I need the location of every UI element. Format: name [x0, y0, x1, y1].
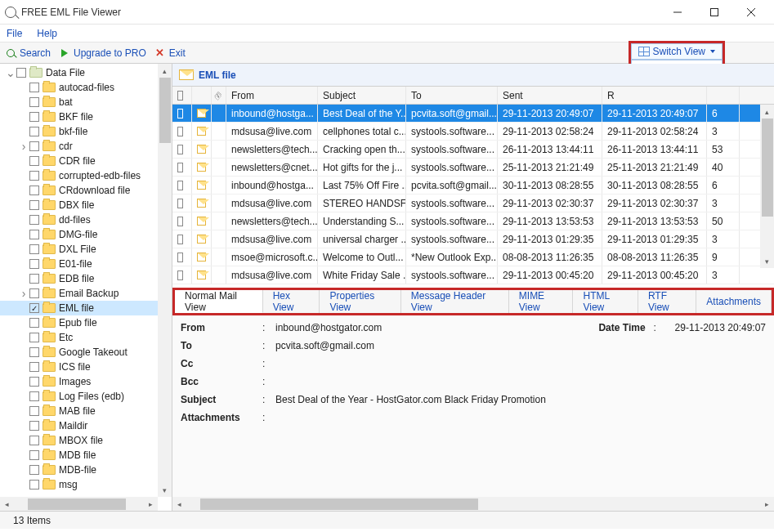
checkbox[interactable]	[29, 97, 39, 107]
tree-item[interactable]: MBOX file	[0, 433, 172, 448]
tree-item[interactable]: MDB-file	[0, 463, 172, 477]
tree-item[interactable]: ›cdr	[0, 139, 172, 154]
tree-item[interactable]: ICS file	[0, 360, 172, 374]
row-checkbox[interactable]	[177, 109, 183, 118]
checkbox[interactable]	[29, 274, 39, 284]
checkbox[interactable]	[29, 362, 39, 372]
collapse-icon[interactable]: ⌄	[5, 66, 16, 79]
checkbox[interactable]	[29, 186, 39, 195]
tree-item[interactable]: Etc	[0, 330, 172, 345]
column-subject[interactable]: Subject	[318, 87, 406, 104]
message-row[interactable]: msoe@microsoft.c...Welcome to Outl...*Ne…	[172, 248, 774, 266]
tree-item[interactable]: ›Email Backup	[0, 286, 172, 301]
column-to[interactable]: To	[406, 87, 498, 104]
checkbox[interactable]: ✓	[29, 303, 39, 313]
tree-root[interactable]: ⌄Data File	[0, 65, 172, 80]
checkbox[interactable]	[29, 141, 39, 151]
upgrade-button[interactable]: Upgrade to PRO	[59, 47, 146, 59]
tree-item[interactable]: CDR file	[0, 154, 172, 168]
tree-item[interactable]: MAB file	[0, 404, 172, 418]
tree-horizontal-scrollbar[interactable]: ◂ ▸	[0, 497, 158, 511]
view-tab[interactable]: HTML View	[573, 290, 638, 313]
checkbox[interactable]	[16, 68, 26, 78]
message-row[interactable]: inbound@hostga...Last 75% Off Fire ...pc…	[172, 177, 774, 194]
view-tab[interactable]: Properties View	[320, 290, 400, 313]
checkbox[interactable]	[29, 127, 39, 136]
row-checkbox[interactable]	[177, 199, 183, 208]
tree-item[interactable]: bat	[0, 95, 172, 110]
scroll-right-icon[interactable]: ▸	[144, 497, 158, 511]
row-checkbox[interactable]	[177, 145, 183, 154]
message-row[interactable]: mdsusa@live.comcellphones total c...syst…	[172, 123, 774, 141]
checkbox[interactable]	[29, 112, 39, 122]
message-row[interactable]: mdsusa@live.comuniversal charger ...syst…	[172, 230, 774, 248]
tree-item[interactable]: msg	[0, 477, 172, 492]
tree-item[interactable]: BKF file	[0, 110, 172, 124]
tree-item[interactable]: Epub file	[0, 315, 172, 330]
checkbox[interactable]	[29, 83, 39, 92]
checkbox[interactable]	[29, 156, 39, 166]
column-sent[interactable]: Sent	[498, 87, 602, 104]
checkbox[interactable]	[29, 391, 39, 401]
checkbox[interactable]	[29, 318, 39, 328]
view-tab[interactable]: MIME View	[509, 290, 574, 313]
checkbox[interactable]	[29, 450, 39, 460]
tree-item[interactable]: Maildir	[0, 418, 172, 433]
column-size[interactable]	[707, 87, 740, 104]
column-icon[interactable]	[192, 87, 212, 104]
tree-item[interactable]: ✓EML file	[0, 301, 172, 315]
checkbox[interactable]	[29, 333, 39, 342]
row-checkbox[interactable]	[177, 235, 183, 244]
row-checkbox[interactable]	[177, 217, 183, 226]
view-tab[interactable]: Attachments	[696, 290, 772, 313]
exit-button[interactable]: ✕Exit	[154, 47, 186, 59]
scroll-right-icon[interactable]: ▸	[760, 497, 774, 511]
search-button[interactable]: Search	[5, 47, 51, 59]
checkbox[interactable]	[29, 480, 39, 490]
tree-item[interactable]: DXL File	[0, 242, 172, 257]
checkbox[interactable]	[29, 288, 39, 298]
row-checkbox[interactable]	[177, 127, 183, 136]
tree-vertical-scrollbar[interactable]: ▴ ▾	[158, 64, 172, 497]
checkbox[interactable]	[29, 465, 39, 475]
menu-file[interactable]: File	[7, 28, 22, 39]
tree-item[interactable]: E01-file	[0, 257, 172, 271]
message-row[interactable]: newsletters@tech...Understanding S...sys…	[172, 212, 774, 230]
detail-horizontal-scrollbar[interactable]: ◂ ▸	[172, 497, 774, 511]
checkbox[interactable]	[29, 171, 39, 181]
checkbox[interactable]	[29, 421, 39, 431]
row-checkbox[interactable]	[177, 253, 183, 262]
checkbox[interactable]	[29, 215, 39, 225]
checkbox[interactable]	[29, 436, 39, 445]
scroll-left-icon[interactable]: ◂	[172, 497, 186, 511]
tree-item[interactable]: autocad-files	[0, 80, 172, 95]
scroll-thumb[interactable]	[200, 498, 478, 510]
checkbox[interactable]	[29, 406, 39, 416]
folder-tree[interactable]: ⌄Data Fileautocad-filesbatBKF filebkf-fi…	[0, 64, 172, 511]
scroll-down-icon[interactable]: ▾	[158, 483, 172, 497]
checkbox[interactable]	[29, 347, 39, 357]
message-list[interactable]: inbound@hostga...Best Deal of the Y...pc…	[172, 105, 774, 284]
checkbox[interactable]	[29, 244, 39, 254]
column-checkbox[interactable]	[172, 87, 192, 104]
scroll-left-icon[interactable]: ◂	[0, 497, 14, 511]
row-checkbox[interactable]	[177, 163, 183, 172]
row-checkbox[interactable]	[177, 181, 183, 190]
checkbox[interactable]	[29, 200, 39, 210]
message-row[interactable]: newsletters@tech...Cracking open th...sy…	[172, 141, 774, 159]
tree-item[interactable]: MDB file	[0, 448, 172, 463]
row-checkbox[interactable]	[177, 270, 183, 280]
scroll-thumb[interactable]	[762, 118, 773, 217]
message-row[interactable]: newsletters@cnet...Hot gifts for the j..…	[172, 159, 774, 177]
message-row[interactable]: mdsusa@live.comWhite Friday Sale ...syst…	[172, 266, 774, 284]
view-tab[interactable]: Message Header View	[401, 290, 509, 313]
column-attachment[interactable]: ⎘	[212, 87, 226, 104]
tree-item[interactable]: bkf-file	[0, 124, 172, 139]
scroll-up-icon[interactable]: ▴	[158, 64, 172, 78]
view-tab[interactable]: RTF View	[638, 290, 696, 313]
grid-vertical-scrollbar[interactable]: ▴ ▾	[760, 105, 774, 268]
scroll-thumb[interactable]	[159, 78, 171, 143]
column-from[interactable]: From	[226, 87, 318, 104]
maximize-button[interactable]	[696, 0, 732, 25]
tree-item[interactable]: Log Files (edb)	[0, 389, 172, 404]
